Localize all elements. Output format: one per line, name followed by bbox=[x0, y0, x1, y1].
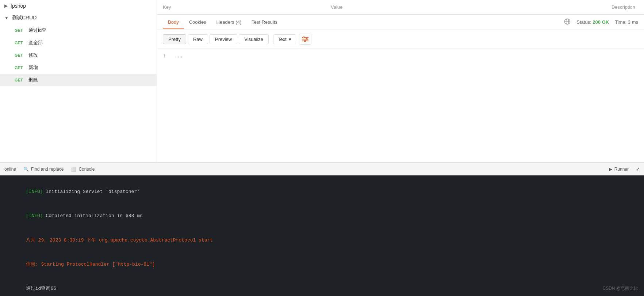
visualize-button[interactable]: Visualize bbox=[239, 34, 269, 44]
search-icon: 🔍 bbox=[23, 167, 29, 172]
log3-text: 八月 29, 2023 8:30:19 下午 org.apache.coyote… bbox=[26, 238, 213, 243]
status-label: Status: 200 OK bbox=[576, 19, 609, 25]
toolbar-online[interactable]: online bbox=[4, 167, 16, 172]
console-icon: ⬜ bbox=[71, 167, 76, 172]
line-number-1: 1 bbox=[163, 53, 166, 58]
svg-point-8 bbox=[304, 40, 306, 42]
toolbar-expand[interactable]: ⤢ bbox=[636, 167, 640, 172]
body-content: 1 ... bbox=[157, 49, 644, 162]
svg-point-7 bbox=[306, 38, 307, 40]
log1-text: Initializing Servlet 'dispatcher' bbox=[43, 189, 140, 194]
log5-text: 通过id查询66 bbox=[26, 286, 56, 291]
item-label-get-all: 查全部 bbox=[28, 39, 43, 46]
runner-label: Runner bbox=[614, 167, 629, 172]
console-label: Console bbox=[78, 167, 95, 172]
params-desc-header: Description bbox=[571, 3, 644, 11]
log-line-3: 八月 29, 2023 8:30:19 下午 org.apache.coyote… bbox=[0, 228, 644, 253]
response-tabs: Body Cookies Headers (4) Test Results St… bbox=[157, 15, 644, 30]
sidebar-group-fpshop[interactable]: ▶ fpshop bbox=[0, 0, 157, 12]
params-value-header: Value bbox=[325, 3, 571, 11]
tab-headers[interactable]: Headers (4) bbox=[211, 16, 247, 29]
globe-icon bbox=[564, 18, 571, 26]
time-info: Time: 3 ms bbox=[615, 19, 638, 25]
params-header: Key Value Description bbox=[157, 0, 644, 15]
method-badge-get: GET bbox=[15, 28, 26, 33]
sidebar: ▶ fpshop ▼ 测试CRUD GET 通过id查 GET 查全部 GET … bbox=[0, 0, 157, 162]
toolbar-find-replace[interactable]: 🔍 Find and replace bbox=[23, 167, 64, 172]
method-badge-get: GET bbox=[15, 41, 26, 45]
sidebar-item-get-all[interactable]: GET 查全部 bbox=[0, 37, 157, 49]
sidebar-item-get-add[interactable]: GET 新增 bbox=[0, 61, 157, 74]
main-panel: Key Value Description Body Cookies Heade… bbox=[157, 0, 644, 162]
log-line-1: [INFO] Initializing Servlet 'dispatcher' bbox=[0, 180, 644, 204]
item-label-get-modify: 修改 bbox=[28, 52, 38, 58]
find-replace-label: Find and replace bbox=[31, 167, 64, 172]
sidebar-item-get-modify[interactable]: GET 修改 bbox=[0, 49, 157, 61]
log1-bracket: [INFO] bbox=[26, 189, 43, 194]
status-value: 200 OK bbox=[593, 19, 609, 25]
sidebar-item-get-delete[interactable]: GET 删除 bbox=[0, 74, 157, 86]
log-line-2: [INFO] Completed initialization in 683 m… bbox=[0, 204, 644, 228]
chevron-down-icon: ▾ bbox=[289, 37, 291, 42]
filter-button[interactable] bbox=[299, 34, 311, 45]
expand-icon: ⤢ bbox=[636, 167, 640, 172]
text-dropdown[interactable]: Text ▾ bbox=[273, 34, 296, 44]
toolbar-runner[interactable]: ▶ Runner bbox=[609, 167, 629, 172]
toolbar-console[interactable]: ⬜ Console bbox=[71, 167, 95, 172]
bottom-toolbar: online 🔍 Find and replace ⬜ Console ▶ Ru… bbox=[0, 162, 644, 175]
time-value: 3 ms bbox=[628, 19, 638, 25]
svg-point-6 bbox=[303, 37, 304, 38]
tab-body[interactable]: Body bbox=[163, 16, 184, 29]
item-label-get-add: 新增 bbox=[28, 64, 38, 71]
item-label-get-delete: 删除 bbox=[28, 77, 38, 83]
log-line-4: 信息: Starting ProtocolHandler ["http-bio-… bbox=[0, 253, 644, 277]
online-label: online bbox=[4, 167, 16, 172]
log-line-5: 通过id查询66 bbox=[0, 277, 644, 296]
console-wrapper: [INFO] Initializing Servlet 'dispatcher'… bbox=[0, 175, 644, 296]
sidebar-group-test-crud-label: 测试CRUD bbox=[12, 15, 37, 21]
console-panel: [INFO] Initializing Servlet 'dispatcher'… bbox=[0, 175, 644, 296]
sidebar-group-fpshop-label: fpshop bbox=[11, 3, 26, 9]
method-badge-get: GET bbox=[15, 78, 26, 82]
params-key-header: Key bbox=[157, 3, 325, 11]
preview-button[interactable]: Preview bbox=[210, 34, 237, 44]
chevron-right-icon: ▶ bbox=[4, 3, 8, 8]
raw-button[interactable]: Raw bbox=[188, 34, 208, 44]
log2-bracket: [INFO] bbox=[26, 213, 43, 219]
log2-text: Completed initialization in 683 ms bbox=[43, 213, 143, 219]
play-icon: ▶ bbox=[609, 167, 612, 172]
item-label-get-by-id: 通过id查 bbox=[28, 27, 46, 34]
tab-cookies[interactable]: Cookies bbox=[184, 16, 211, 29]
chevron-down-icon: ▼ bbox=[4, 15, 9, 20]
sidebar-group-test-crud[interactable]: ▼ 测试CRUD bbox=[0, 12, 157, 24]
body-line-1-text: ... bbox=[175, 53, 183, 58]
pretty-button[interactable]: Pretty bbox=[163, 34, 186, 44]
tab-test-results[interactable]: Test Results bbox=[246, 16, 283, 29]
sidebar-item-get-by-id[interactable]: GET 通过id查 bbox=[0, 24, 157, 37]
format-bar: Pretty Raw Preview Visualize Text ▾ bbox=[157, 30, 644, 49]
watermark: CSDN @恶熊比比 bbox=[602, 285, 638, 292]
text-dropdown-label: Text bbox=[278, 37, 287, 42]
method-badge-get: GET bbox=[15, 53, 26, 57]
status-info: Status: 200 OK Time: 3 ms bbox=[564, 18, 638, 26]
log4-text: 信息: Starting ProtocolHandler ["http-bio-… bbox=[26, 262, 155, 267]
method-badge-get: GET bbox=[15, 65, 26, 70]
